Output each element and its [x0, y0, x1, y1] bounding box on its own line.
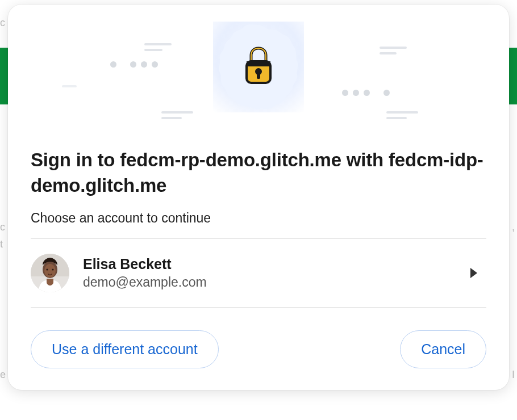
svg-point-9: [52, 268, 53, 270]
decor-bars: [144, 43, 172, 51]
account-text: Elisa Beckett demo@example.com: [83, 256, 457, 290]
cancel-button[interactable]: Cancel: [400, 330, 486, 368]
dialog-title: Sign in to fedcm-rp-demo.glitch.me with …: [31, 148, 486, 198]
account-name: Elisa Beckett: [83, 256, 457, 272]
dialog-actions: Use a different account Cancel: [8, 308, 509, 374]
svg-rect-3: [257, 73, 260, 79]
decor-bars: [62, 85, 77, 87]
chevron-right-icon: [470, 268, 477, 278]
hero-illustration: [8, 5, 509, 129]
decor-bars: [380, 47, 407, 54]
avatar: [31, 254, 69, 292]
decor-bars: [386, 111, 418, 119]
decor-dots: [110, 61, 158, 68]
obscured-text: ,: [512, 221, 515, 233]
svg-point-8: [46, 268, 48, 270]
svg-point-7: [44, 264, 56, 278]
lock-icon: [241, 45, 276, 89]
obscured-text: e: [0, 369, 6, 381]
signin-dialog: Sign in to fedcm-rp-demo.glitch.me with …: [8, 5, 509, 390]
obscured-text: c: [0, 17, 5, 29]
account-email: demo@example.com: [83, 275, 457, 290]
use-different-account-button[interactable]: Use a different account: [31, 330, 219, 368]
decor-bars: [161, 111, 193, 119]
obscured-text: t: [0, 238, 3, 250]
svg-rect-1: [247, 61, 270, 66]
obscured-text: I: [512, 369, 515, 381]
lock-badge-background: [213, 22, 304, 112]
dialog-subtitle: Choose an account to continue: [31, 211, 486, 226]
account-option[interactable]: Elisa Beckett demo@example.com: [31, 239, 486, 307]
obscured-text: c: [0, 221, 5, 233]
decor-dots: [342, 90, 390, 96]
